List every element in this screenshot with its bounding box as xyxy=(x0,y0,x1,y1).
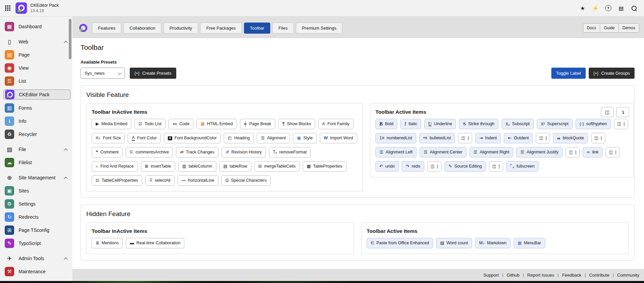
sidebar-item-recycler[interactable]: ♻Recycler xyxy=(3,130,70,139)
alignment-left-chip[interactable]: ☰Alignment Left xyxy=(375,147,417,157)
search-icon[interactable] xyxy=(628,3,639,13)
apps-grid-icon[interactable] xyxy=(5,5,10,11)
real-time-collaboration-chip[interactable]: ▬Real-time Collaboration xyxy=(126,238,184,248)
blockquote-chip[interactable]: “blockQuote xyxy=(553,133,588,143)
sidebar-item-ckeditor-pack[interactable]: CKEditor Pack xyxy=(3,90,70,100)
paste-from-office-enhanced-chip[interactable]: ⎗Paste from Office Enhanced xyxy=(367,238,433,248)
removeformat-chip[interactable]: TₓremoveFormat xyxy=(269,147,311,157)
sidebar-section-admin-tools[interactable]: ✈Admin Tools xyxy=(3,254,70,263)
alignment-chip[interactable]: ☰Alignment xyxy=(257,133,290,143)
font-backgroundcolor-chip[interactable]: AFont BackgroundColor xyxy=(164,133,221,143)
tablecolumn-chip[interactable]: ▥tableColumn xyxy=(178,161,216,172)
mentions-chip[interactable]: ≣Mentions xyxy=(92,238,123,248)
bulletedlist-chip[interactable]: •≡bulletedList xyxy=(419,133,455,143)
strike-through-chip[interactable]: SStrike through xyxy=(459,119,498,129)
sidebar-section-file[interactable]: ▨File xyxy=(3,145,70,154)
sidebar-item-list[interactable]: ☰List xyxy=(3,76,70,86)
separator-chip[interactable]: ◫| xyxy=(614,119,628,129)
sidebar-item-info[interactable]: iInfo xyxy=(3,116,70,126)
numberedlist-chip[interactable]: 1≡numberedList xyxy=(375,133,416,143)
tab-collaboration[interactable]: Collaboration xyxy=(123,23,161,34)
modules-icon[interactable]: ▤ xyxy=(616,3,626,13)
html-embed-chip[interactable]: ▦HTML Embed xyxy=(196,119,237,129)
tab-productivity[interactable]: Productivity xyxy=(163,23,198,34)
create-presets-button[interactable]: {+} Create Presets xyxy=(130,68,176,79)
tab-toolbar[interactable]: Toolbar xyxy=(244,23,271,34)
separator-chip[interactable]: ◫| xyxy=(458,133,472,143)
bolt-icon[interactable]: ⚡ xyxy=(590,3,601,13)
outdent-chip[interactable]: ⇤Outdent xyxy=(504,133,533,143)
tab-free-packages[interactable]: Free Packages xyxy=(200,23,242,34)
menubar-chip[interactable]: ▦MenuBar xyxy=(514,238,545,248)
alignment-center-chip[interactable]: ☰Alignment Center xyxy=(420,147,466,157)
sidebar-section-web[interactable]: ▯Web xyxy=(3,37,70,46)
footer-link-feedback[interactable]: Feedback xyxy=(562,273,581,278)
superscript-chip[interactable]: X²Superscript xyxy=(537,119,573,129)
inserttable-chip[interactable]: ⊞insertTable xyxy=(141,161,175,172)
toggle-label-button[interactable]: Toggle Label xyxy=(551,68,586,79)
move-down-button[interactable]: ↴ xyxy=(616,107,629,117)
sidebar-item-page[interactable]: ▤Page xyxy=(3,50,70,60)
indent-chip[interactable]: ⇥Indent xyxy=(475,133,501,143)
heading-chip[interactable]: ◰Heading xyxy=(224,133,254,143)
horizontalline-chip[interactable]: —horizontalLine xyxy=(178,175,218,186)
tab-features[interactable]: Features xyxy=(92,23,121,34)
separator-chip[interactable]: ◫| xyxy=(427,161,441,172)
font-color-chip[interactable]: AFont Color xyxy=(128,133,161,143)
alignment-justify-chip[interactable]: ☰Alignment Justify xyxy=(516,147,562,157)
sidebar-item-view[interactable]: ◉View xyxy=(3,63,70,73)
mergetablecells-chip[interactable]: ⊟mergeTableCells xyxy=(254,161,300,172)
commentsarchive-chip[interactable]: ⎘commentsArchive xyxy=(126,147,173,157)
demos-button[interactable]: Demos xyxy=(618,24,639,32)
separator-chip[interactable]: ◫| xyxy=(489,161,503,172)
sidebar-scrollbar[interactable] xyxy=(69,19,71,59)
sidebar-item-forms[interactable]: ▥Forms xyxy=(3,103,70,113)
selectall-chip[interactable]: ⠿selectAll xyxy=(145,175,175,186)
sidebar-item-page-tsconfig[interactable]: ⊞Page TSconfig xyxy=(3,225,70,235)
redo-chip[interactable]: ↷redo xyxy=(402,161,424,172)
source-editing-chip[interactable]: ✎Source Editing xyxy=(444,161,486,172)
docs-button[interactable]: Docs xyxy=(583,24,600,32)
media-embed-chip[interactable]: ▶Media Embed xyxy=(92,119,131,129)
sidebar-item-dashboard[interactable]: ▦Dashboard xyxy=(3,22,70,31)
find-and-replace-chip[interactable]: ⌕Find And Replace xyxy=(92,161,138,172)
italic-chip[interactable]: IItalic xyxy=(400,119,421,129)
footer-link-support[interactable]: Support xyxy=(483,273,499,278)
code-chip[interactable]: <>Code xyxy=(168,119,193,129)
footer-link-github[interactable]: Github xyxy=(507,273,519,278)
guide-button[interactable]: Guide xyxy=(600,24,618,32)
star-icon[interactable]: ★ xyxy=(577,3,588,13)
word-count-chip[interactable]: ▤Word count xyxy=(436,238,472,248)
footer-link-report-issues[interactable]: Report Issues xyxy=(527,273,554,278)
footer-link-contribute[interactable]: Contribute xyxy=(589,273,609,278)
footer-link-community[interactable]: Community xyxy=(617,273,639,278)
fullscreen-chip[interactable]: ⌜⌟fullscreen xyxy=(506,161,539,172)
revision-history-chip[interactable]: ↺Revision History xyxy=(221,147,266,157)
sidebar-item-typoscript[interactable]: ✎TypoScript xyxy=(3,239,70,248)
style-chip[interactable]: ▣Style xyxy=(293,133,317,143)
preset-select[interactable]: Sys_news xyxy=(81,68,125,79)
separator-chip[interactable]: ◫| xyxy=(606,147,620,157)
link-chip[interactable]: ∞link xyxy=(583,147,603,157)
comment-chip[interactable]: ❝Comment xyxy=(92,147,123,157)
underline-chip[interactable]: UUnderline xyxy=(424,119,456,129)
undo-chip[interactable]: ↶undo xyxy=(375,161,399,172)
toolbar-separator-button[interactable]: ◫ xyxy=(601,107,614,117)
sidebar-item-maintenance[interactable]: ⚒Maintenance xyxy=(3,267,70,276)
todo-list-chip[interactable]: ☑Todo List xyxy=(134,119,165,129)
tab-premium-settings[interactable]: Premium Settings xyxy=(296,23,343,34)
font-size-chip[interactable]: A↕Font Size xyxy=(92,133,125,143)
sidebar-item-settings[interactable]: ⚙Settings xyxy=(3,199,70,209)
tablerow-chip[interactable]: ▤tableRow xyxy=(219,161,251,172)
sidebar-item-redirects[interactable]: ↻Redirects xyxy=(3,212,70,222)
subscript-chip[interactable]: X₂Subscript xyxy=(501,119,534,129)
show-blocks-chip[interactable]: ¶Show Blocks xyxy=(278,119,315,129)
create-groups-button[interactable]: {+} Create Groups xyxy=(589,68,635,79)
separator-chip[interactable]: ◫| xyxy=(565,147,580,157)
help-icon[interactable]: ? xyxy=(603,3,614,13)
sidebar-item-sites[interactable]: ▣Sites xyxy=(3,186,70,196)
page-break-chip[interactable]: ╪Page Break xyxy=(240,119,275,129)
special-characters-chip[interactable]: ΩSpecial Characters xyxy=(221,175,271,186)
softhyphen-chip[interactable]: (-)softhyphen xyxy=(576,119,611,129)
markdown-chip[interactable]: M↓Markdown xyxy=(475,238,511,248)
